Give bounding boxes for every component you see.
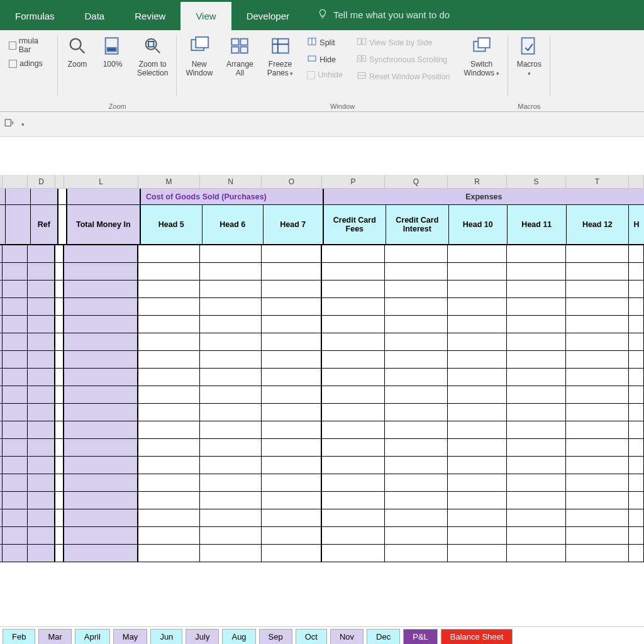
cell[interactable] <box>138 545 200 562</box>
cell[interactable] <box>322 509 385 526</box>
sheet-tab-p-l[interactable]: P&L <box>403 629 438 644</box>
cell[interactable] <box>200 316 262 333</box>
cell[interactable] <box>566 280 629 297</box>
cell[interactable] <box>28 386 55 403</box>
cell[interactable] <box>385 245 448 262</box>
table-row[interactable] <box>0 333 644 351</box>
col-header-q[interactable]: Q <box>385 175 448 188</box>
cell[interactable] <box>64 316 138 333</box>
cell[interactable] <box>322 421 385 438</box>
zoom-button[interactable]: Zoom <box>63 34 92 70</box>
col-header-n[interactable]: N <box>200 175 262 188</box>
sheet-tab-sep[interactable]: Sep <box>259 629 292 644</box>
sheet-tab-jun[interactable]: Jun <box>150 629 182 644</box>
cell[interactable] <box>507 421 566 438</box>
cell[interactable] <box>385 439 448 456</box>
cell[interactable] <box>200 351 262 368</box>
cell[interactable] <box>55 404 64 421</box>
cell[interactable] <box>3 263 28 280</box>
cell[interactable] <box>448 298 507 315</box>
cell[interactable] <box>3 369 28 386</box>
cell[interactable] <box>322 527 385 544</box>
cell[interactable] <box>200 509 262 526</box>
cell[interactable] <box>566 439 629 456</box>
cell[interactable] <box>385 351 448 368</box>
cell[interactable] <box>28 404 55 421</box>
worksheet-area[interactable]: D L M N O P Q R S T Cost of Goods Sold (… <box>0 175 644 562</box>
cell[interactable] <box>629 369 644 386</box>
cell[interactable] <box>448 457 507 474</box>
cell[interactable] <box>448 369 507 386</box>
cell[interactable] <box>28 298 55 315</box>
cell[interactable] <box>64 280 138 297</box>
table-row[interactable] <box>0 369 644 386</box>
cell[interactable] <box>507 245 566 262</box>
cell[interactable] <box>566 474 629 491</box>
cell[interactable] <box>28 474 55 491</box>
cell[interactable] <box>55 263 64 280</box>
cell[interactable] <box>3 333 28 350</box>
cell[interactable] <box>3 509 28 526</box>
cell[interactable] <box>200 404 262 421</box>
qat-dropdown-icon[interactable] <box>4 118 15 131</box>
table-row[interactable] <box>0 474 644 492</box>
cell[interactable] <box>629 351 644 368</box>
table-row[interactable] <box>0 545 644 562</box>
sheet-tab-may[interactable]: May <box>113 629 148 644</box>
cell[interactable] <box>64 474 138 491</box>
cell[interactable] <box>262 421 322 438</box>
cell[interactable] <box>322 263 385 280</box>
sheet-tab-nov[interactable]: Nov <box>330 629 364 644</box>
cell[interactable] <box>138 369 200 386</box>
cell[interactable] <box>448 439 507 456</box>
cell[interactable] <box>64 545 138 562</box>
cell[interactable] <box>64 263 138 280</box>
ribbon-tab-developer[interactable]: Developer <box>231 2 304 30</box>
cell[interactable] <box>3 492 28 509</box>
cell[interactable] <box>507 474 566 491</box>
cell[interactable] <box>629 474 644 491</box>
cell[interactable] <box>566 298 629 315</box>
cell[interactable] <box>200 263 262 280</box>
cell[interactable] <box>200 298 262 315</box>
formula-bar-checkbox[interactable]: rmula Bar <box>9 36 49 54</box>
cell[interactable] <box>566 316 629 333</box>
cell[interactable] <box>629 280 644 297</box>
cell[interactable] <box>200 492 262 509</box>
cell[interactable] <box>3 439 28 456</box>
table-row[interactable] <box>0 351 644 369</box>
cell[interactable] <box>262 492 322 509</box>
cell[interactable] <box>55 316 64 333</box>
cell[interactable] <box>55 509 64 526</box>
cell[interactable] <box>566 421 629 438</box>
cell[interactable] <box>28 509 55 526</box>
cell[interactable] <box>55 280 64 297</box>
sheet-tab-balance-sheet[interactable]: Balance Sheet <box>441 629 513 644</box>
table-row[interactable] <box>0 404 644 421</box>
cell[interactable] <box>629 457 644 474</box>
cell[interactable] <box>28 439 55 456</box>
cell[interactable] <box>138 509 200 526</box>
cell[interactable] <box>448 316 507 333</box>
cell[interactable] <box>322 404 385 421</box>
cell[interactable] <box>385 457 448 474</box>
col-header-s[interactable]: S <box>507 175 566 188</box>
cell[interactable] <box>566 351 629 368</box>
cell[interactable] <box>28 245 55 262</box>
cell[interactable] <box>629 298 644 315</box>
sheet-tab-feb[interactable]: Feb <box>3 629 35 644</box>
cell[interactable] <box>64 509 138 526</box>
cell[interactable] <box>55 369 64 386</box>
cell[interactable] <box>3 245 28 262</box>
cell[interactable] <box>28 457 55 474</box>
cell[interactable] <box>138 298 200 315</box>
cell[interactable] <box>566 369 629 386</box>
table-row[interactable] <box>0 263 644 280</box>
cell[interactable] <box>507 351 566 368</box>
cell[interactable] <box>138 404 200 421</box>
ribbon-tab-review[interactable]: Review <box>119 2 180 30</box>
cell[interactable] <box>448 527 507 544</box>
cell[interactable] <box>385 369 448 386</box>
cell[interactable] <box>385 421 448 438</box>
cell[interactable] <box>3 280 28 297</box>
